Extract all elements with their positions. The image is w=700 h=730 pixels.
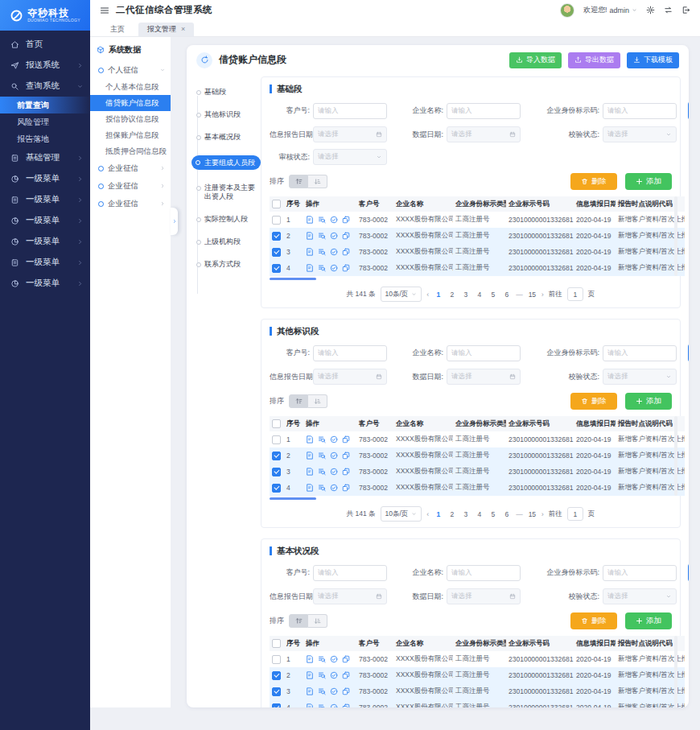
export-button[interactable]: 导出数据 (568, 52, 620, 68)
delete-button[interactable]: 删除 (570, 173, 617, 190)
copy-record-icon[interactable] (342, 248, 350, 256)
prev-page-button[interactable]: ‹ (426, 291, 429, 299)
text-input[interactable]: 请输入 (313, 345, 387, 361)
settings-icon[interactable] (646, 6, 655, 14)
select-all-checkbox[interactable] (272, 419, 281, 428)
date-picker[interactable]: 请选择 (447, 126, 521, 142)
tree-node-2[interactable]: 企业征信 (90, 177, 171, 195)
edit-record-icon[interactable] (306, 484, 314, 492)
text-input[interactable]: 请输入 (603, 103, 677, 119)
anchor-item-3[interactable]: 主要组成人员段 (191, 155, 261, 170)
tree-leaf-0-1[interactable]: 借贷账户信息段 (90, 95, 171, 111)
sort-asc-button[interactable] (289, 175, 308, 188)
copy-record-icon[interactable] (342, 264, 350, 272)
tree-leaf-0-3[interactable]: 担保账户信息段 (90, 127, 171, 143)
sort-asc-button[interactable] (289, 394, 308, 408)
tree-node-1[interactable]: 企业征信 (90, 159, 171, 177)
delete-button[interactable]: 删除 (570, 393, 617, 410)
edit-record-icon[interactable] (306, 687, 314, 695)
sidebar-item-3[interactable]: 基础管理 (0, 147, 90, 168)
edit-record-icon[interactable] (306, 671, 314, 679)
copy-record-icon[interactable] (342, 484, 350, 492)
anchor-item-5[interactable]: 实际控制人段 (191, 215, 250, 224)
sort-desc-button[interactable] (308, 394, 327, 408)
prev-page-button[interactable]: ‹ (426, 510, 429, 518)
page-size-select[interactable]: 10条/页 (381, 506, 422, 522)
sidebar-item-5[interactable]: 一级菜单 (0, 189, 90, 210)
download-button[interactable]: 下载模板 (627, 52, 679, 68)
tab-0[interactable]: 主页 (101, 23, 134, 36)
add-button[interactable]: 添加 (625, 612, 672, 629)
view-detail-icon[interactable] (318, 687, 326, 695)
page-number-2[interactable]: 2 (447, 291, 456, 299)
row-checkbox[interactable] (272, 435, 281, 444)
text-input[interactable]: 请输入 (313, 103, 387, 119)
row-checkbox[interactable] (272, 452, 281, 460)
edit-record-icon[interactable] (306, 232, 314, 240)
tree-leaf-0-4[interactable]: 抵质押合同信息段 (90, 143, 171, 159)
date-picker[interactable]: 请选择 (313, 588, 387, 604)
text-input[interactable]: 请输入 (447, 345, 521, 361)
select-input[interactable]: 请选择 (603, 588, 677, 604)
sidebar-item-6[interactable]: 一级菜单 (0, 210, 90, 231)
search-button[interactable]: 查询 (688, 344, 689, 362)
page-number-4[interactable]: 4 (475, 291, 484, 299)
date-picker[interactable]: 请选择 (313, 126, 387, 142)
sidebar-subitem-2-1[interactable]: 风险管理 (0, 113, 90, 130)
anchor-item-0[interactable]: 基础段 (191, 88, 229, 97)
close-tab-icon[interactable]: × (181, 26, 185, 33)
tree-node-3[interactable]: 企业征信 (90, 195, 171, 212)
row-checkbox[interactable] (272, 655, 281, 664)
verify-record-icon[interactable] (330, 264, 338, 272)
edit-record-icon[interactable] (306, 248, 314, 256)
sidebar-item-7[interactable]: 一级菜单 (0, 231, 90, 252)
view-detail-icon[interactable] (318, 216, 326, 224)
collapse-menu-icon[interactable] (100, 6, 109, 15)
view-detail-icon[interactable] (318, 468, 326, 476)
copy-record-icon[interactable] (342, 655, 350, 663)
text-input[interactable]: 请输入 (603, 565, 677, 581)
row-checkbox[interactable] (272, 248, 281, 257)
page-number-3[interactable]: 3 (461, 510, 470, 518)
row-checkbox[interactable] (272, 264, 281, 273)
edit-record-icon[interactable] (306, 435, 314, 443)
switch-icon[interactable] (664, 6, 673, 14)
tree-leaf-0-2[interactable]: 授信协议信息段 (90, 111, 171, 127)
sidebar-item-0[interactable]: 首页 (0, 34, 90, 55)
sidebar-item-8[interactable]: 一级菜单 (0, 252, 90, 273)
sidebar-item-2[interactable]: 查询系统 (0, 76, 90, 97)
delete-button[interactable]: 删除 (570, 612, 617, 629)
row-checkbox[interactable] (272, 484, 281, 493)
view-detail-icon[interactable] (318, 435, 326, 443)
verify-record-icon[interactable] (330, 468, 338, 476)
edit-record-icon[interactable] (306, 655, 314, 663)
edit-record-icon[interactable] (306, 703, 314, 707)
user-menu[interactable]: 欢迎您! admin (583, 5, 637, 15)
edit-record-icon[interactable] (306, 452, 314, 460)
verify-record-icon[interactable] (330, 671, 338, 679)
search-button[interactable]: 查询 (688, 101, 689, 120)
copy-record-icon[interactable] (342, 671, 350, 679)
page-number-2[interactable]: 2 (447, 510, 456, 518)
view-detail-icon[interactable] (318, 232, 326, 240)
copy-record-icon[interactable] (342, 468, 350, 476)
row-checkbox[interactable] (272, 216, 281, 225)
row-checkbox[interactable] (272, 687, 281, 696)
sort-desc-button[interactable] (308, 614, 327, 628)
page-number-6[interactable]: 6 (502, 291, 511, 299)
verify-record-icon[interactable] (330, 703, 338, 707)
select-all-checkbox[interactable] (272, 639, 281, 648)
text-input[interactable]: 请输入 (603, 345, 677, 361)
edit-record-icon[interactable] (306, 468, 314, 476)
view-detail-icon[interactable] (318, 264, 326, 272)
page-number-5[interactable]: 5 (488, 291, 497, 299)
verify-record-icon[interactable] (330, 687, 338, 695)
logout-icon[interactable] (681, 6, 690, 14)
view-detail-icon[interactable] (318, 655, 326, 663)
page-number-3[interactable]: 3 (461, 291, 470, 299)
add-button[interactable]: 添加 (625, 393, 672, 410)
sidebar-subitem-2-2[interactable]: 报告落地 (0, 130, 90, 147)
goto-page-input[interactable] (567, 507, 583, 521)
edit-record-icon[interactable] (306, 216, 314, 224)
sidebar-subitem-2-0[interactable]: 前置查询 (0, 97, 90, 113)
